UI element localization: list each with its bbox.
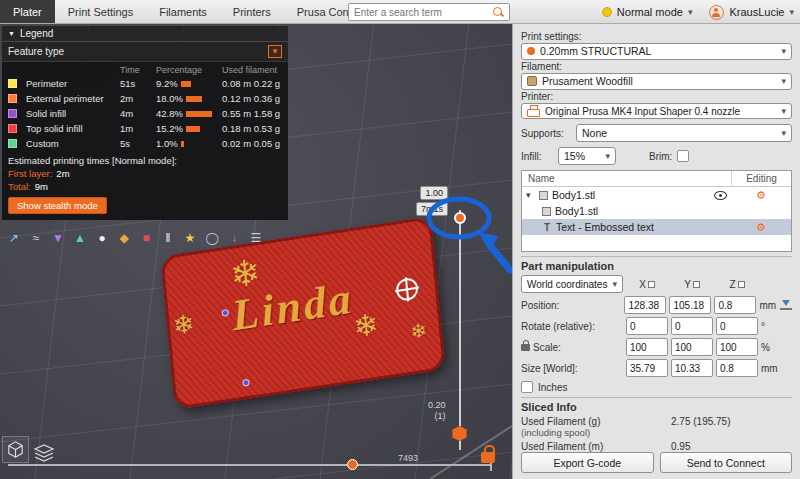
shells-icon[interactable]: ◯ (204, 230, 220, 246)
percentage-bar (186, 111, 212, 117)
tool-changes-icon[interactable]: ◆ (116, 230, 132, 246)
pause-prints-icon[interactable]: ‖ (160, 230, 176, 246)
tab-printers[interactable]: Printers (220, 0, 284, 23)
part-icon (542, 207, 551, 216)
user-chevron-icon[interactable]: ▾ (789, 8, 794, 17)
tool-marker-icon[interactable]: ↓ (226, 230, 242, 246)
drop-to-bed-icon[interactable] (780, 299, 792, 311)
rotate-x-input[interactable] (626, 317, 668, 335)
top-menu-bar: Plater Print Settings Filaments Printers… (0, 0, 800, 24)
top-solid-infill-color-swatch (8, 124, 17, 133)
deretractions-icon[interactable]: ▲ (72, 230, 88, 246)
legend-header[interactable]: ▼ Legend (2, 26, 288, 42)
total-time: Total:9m (2, 180, 288, 193)
legend-row-solid-infill: Solid infill4m 42.8% 0.55 m 1.58 g (2, 106, 288, 121)
object-row-body1-part[interactable]: Body1.stl (522, 203, 791, 219)
object-row-body1[interactable]: ▾ Body1.stl ⚙ (522, 187, 791, 203)
text-tool-icon: T (542, 222, 552, 233)
chevron-down-icon: ▾ (605, 152, 610, 161)
feature-type-dropdown[interactable]: Feature type ▼ (2, 42, 288, 62)
axis-y-header: Y (671, 279, 713, 290)
object-list: Name Editing ▾ Body1.stl ⚙ Body1.stl T (521, 170, 792, 252)
search-icon[interactable] (493, 7, 504, 18)
3d-view-button[interactable] (2, 436, 29, 463)
axis-z-header: Z (716, 279, 758, 290)
prusaslicer-window: Plater Print Settings Filaments Printers… (0, 0, 800, 479)
scale-x-input[interactable] (626, 338, 668, 356)
send-to-connect-button[interactable]: Send to Connect (660, 452, 793, 473)
filament-label: Filament: (521, 61, 792, 72)
chevron-down-icon: ▾ (781, 77, 786, 86)
layers-icon (32, 443, 56, 463)
percentage-bar (181, 141, 184, 147)
chevron-down-icon: ▾ (781, 47, 786, 56)
legend-title: Legend (20, 28, 53, 39)
move-gizmo-icon[interactable] (395, 277, 419, 302)
gcode-legend: ▼ Legend Feature type ▼ Time Percentage … (2, 26, 288, 220)
right-sidebar: Print settings: 0.20mm STRUCTURAL ▾ Fila… (512, 24, 800, 479)
layer-slider-track[interactable] (459, 210, 461, 450)
position-x-input[interactable] (624, 296, 666, 314)
user-icon (709, 5, 724, 20)
axis-icon (648, 281, 655, 288)
scale-y-input[interactable] (671, 338, 713, 356)
moves-slider-track[interactable] (8, 464, 492, 466)
filament-color-swatch (527, 76, 537, 86)
seams-icon[interactable]: ● (94, 230, 110, 246)
3d-viewport[interactable]: ▼ Legend Feature type ▼ Time Percentage … (0, 24, 512, 479)
slider-lock-icon[interactable] (481, 452, 495, 463)
moves-slider-handle[interactable] (347, 459, 358, 470)
chevron-down-icon: ▾ (781, 129, 786, 138)
retractions-icon[interactable]: ▼ (50, 230, 66, 246)
layer-slider-tooltip: 1.00 7m1s (416, 186, 448, 216)
size-x-input[interactable] (626, 359, 668, 377)
show-stealth-mode-button[interactable]: Show stealth mode (8, 197, 107, 214)
tab-plater[interactable]: Plater (0, 0, 55, 23)
legend-toggle-icon[interactable]: ☰ (248, 230, 264, 246)
external-perimeter-color-swatch (8, 94, 17, 103)
brim-checkbox[interactable] (677, 150, 689, 162)
infill-select[interactable]: 15% ▾ (558, 147, 616, 165)
custom-gcodes-icon[interactable]: ★ (182, 230, 198, 246)
user-name-label: KrausLucie (729, 6, 784, 18)
axis-icon (738, 281, 745, 288)
printer-select[interactable]: Original Prusa MK4 Input Shaper 0.4 nozz… (521, 103, 792, 120)
legend-column-headers: Time Percentage Used filament (2, 62, 288, 76)
export-gcode-button[interactable]: Export G-code (521, 452, 654, 473)
travel-icon[interactable]: ↗ (6, 230, 22, 246)
legend-collapse-icon[interactable]: ▼ (8, 30, 15, 37)
mode-chevron-icon[interactable]: ▾ (688, 8, 693, 17)
feature-filter-icon[interactable]: ▼ (268, 45, 282, 58)
size-z-input[interactable] (716, 359, 758, 377)
layer-height-chip: 1.00 (420, 186, 448, 200)
tab-print-settings[interactable]: Print Settings (55, 0, 146, 23)
wipe-icon[interactable]: ≈ (28, 230, 44, 246)
supports-select[interactable]: None ▾ (576, 124, 792, 142)
uniform-scale-lock-icon[interactable] (521, 344, 530, 351)
color-changes-icon[interactable]: ■ (138, 230, 154, 246)
inches-checkbox[interactable] (521, 381, 533, 393)
coordinates-select[interactable]: World coordinates ▾ (521, 275, 623, 293)
rotate-y-input[interactable] (671, 317, 713, 335)
expand-caret-icon[interactable]: ▾ (526, 190, 535, 200)
layers-view-button[interactable] (31, 442, 57, 463)
settings-gear-icon[interactable]: ⚙ (731, 221, 791, 234)
rotate-z-input[interactable] (716, 317, 758, 335)
search-input[interactable] (354, 7, 493, 18)
position-y-input[interactable] (669, 296, 711, 314)
print-settings-select[interactable]: 0.20mm STRUCTURAL ▾ (521, 43, 792, 60)
filament-select[interactable]: Prusament Woodfill ▾ (521, 73, 792, 90)
sliced-info-title: Sliced Info (521, 397, 792, 413)
used-filament-g-row: Used Filament (g)(including spool) 2.75 … (521, 416, 792, 438)
print-settings-label: Print settings: (521, 31, 792, 42)
object-row-embossed-text[interactable]: T Text - Embossed text ⚙ (522, 219, 791, 235)
scale-z-input[interactable] (716, 338, 758, 356)
tab-filaments[interactable]: Filaments (146, 0, 220, 23)
search-box[interactable] (348, 3, 510, 21)
position-z-input[interactable] (714, 296, 756, 314)
layer-slider-top-handle[interactable] (454, 212, 466, 224)
snowflake-icon: ❄ (172, 310, 196, 339)
visibility-eye-icon[interactable] (714, 191, 727, 200)
size-y-input[interactable] (671, 359, 713, 377)
settings-gear-icon[interactable]: ⚙ (731, 189, 791, 202)
